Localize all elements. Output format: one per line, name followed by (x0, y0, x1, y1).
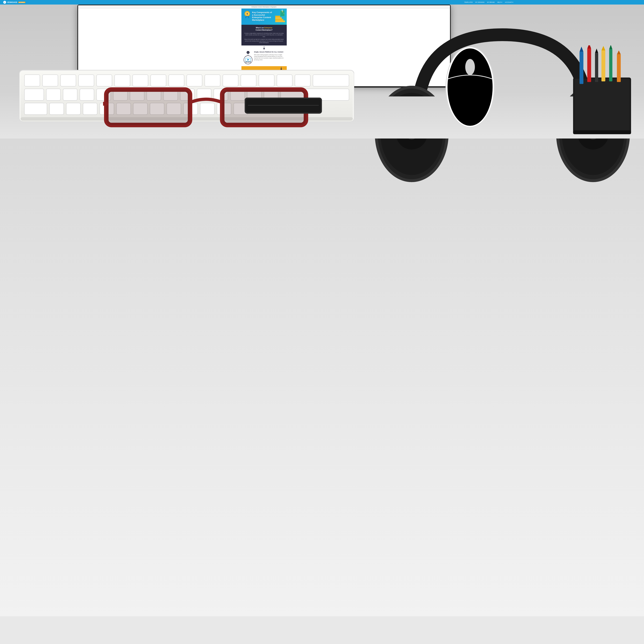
svg-rect-33 (43, 75, 58, 86)
connector-1 (241, 45, 287, 49)
svg-marker-100 (601, 46, 605, 50)
svg-rect-67 (66, 103, 81, 115)
svg-point-90 (465, 59, 475, 75)
svg-rect-4 (275, 19, 283, 21)
connector-dot-1 (263, 48, 265, 49)
svg-rect-10 (282, 11, 283, 12)
desk-bg: Enterprise Content Marketplace Infograph… (0, 5, 644, 616)
nav-logo: V VENNGAGE BUSINESS (3, 1, 25, 4)
svg-rect-49 (24, 89, 44, 100)
svg-marker-94 (580, 47, 583, 52)
apple-device (245, 98, 322, 117)
medal-badge: 5 (244, 11, 251, 20)
svg-rect-3 (275, 21, 285, 22)
hero-section: 5 Key Components of a Successful Enterpr… (241, 9, 287, 25)
nav-link-mydesigns[interactable]: MY DESIGNS (475, 1, 484, 3)
svg-rect-93 (580, 52, 583, 84)
desk-surface (0, 96, 644, 139)
svg-rect-32 (24, 75, 40, 86)
svg-marker-104 (617, 50, 621, 54)
venngage-logo-icon: V (3, 1, 6, 4)
svg-rect-86 (109, 92, 188, 122)
svg-rect-95 (587, 49, 591, 82)
hero-title: Key Components of a Successful Enterpris… (252, 11, 273, 21)
what-is-para2: Many of the world's top high-tech compan… (244, 39, 284, 44)
top-nav: V VENNGAGE BUSINESS TEMPLATES MY DESIGNS… (0, 0, 644, 5)
svg-rect-35 (79, 75, 94, 86)
what-is-section: What is an EnterpriseContent Marketplace… (241, 25, 287, 45)
svg-rect-101 (609, 49, 612, 81)
svg-rect-105 (573, 130, 631, 134)
svg-marker-96 (587, 45, 591, 49)
comp1-number-badge: 1 (247, 51, 250, 54)
svg-rect-68 (83, 103, 97, 115)
nav-logo-text: VENNGAGE (7, 1, 17, 3)
svg-rect-52 (80, 89, 94, 100)
mouse (438, 35, 502, 132)
hero-title-area: Key Components of a Successful Enterpris… (252, 11, 273, 21)
nav-links: TEMPLATES MY DESIGNS MY BRAND HELP ▾ ACC… (464, 1, 513, 3)
svg-rect-99 (601, 50, 605, 81)
comp1-text: Single, Secure Platform for ALL Content … (254, 51, 284, 61)
svg-marker-98 (595, 49, 598, 53)
svg-rect-6 (275, 16, 280, 17)
svg-text:5: 5 (247, 12, 248, 15)
nav-link-account[interactable]: ACCOUNT ▾ (505, 1, 513, 3)
what-is-title: What is an EnterpriseContent Marketplace… (244, 27, 284, 31)
scene-wrapper: V VENNGAGE BUSINESS TEMPLATES MY DESIGNS… (0, 0, 644, 616)
svg-rect-103 (617, 54, 621, 82)
what-is-para1: Provides a single platform experience fo… (244, 33, 284, 38)
svg-point-9 (283, 13, 284, 14)
breadcrumb-text: Enterprise Content Marketplace Infograph… (252, 6, 277, 8)
comp1-desc: With modern training programs continuing… (254, 54, 284, 61)
svg-rect-48 (313, 75, 349, 86)
comp1-title: Single, Secure Platform for ALL Content (254, 51, 284, 53)
nav-badge: BUSINESS (18, 2, 25, 3)
door-stairs-illustration (274, 9, 286, 24)
nav-link-help[interactable]: HELP ▾ (497, 1, 502, 3)
svg-rect-5 (275, 17, 282, 19)
nav-link-mybrand[interactable]: MY BRAND (487, 1, 495, 3)
svg-rect-50 (46, 89, 61, 100)
svg-rect-92 (574, 79, 630, 133)
nav-link-templates[interactable]: TEMPLATES (464, 1, 473, 3)
svg-rect-65 (24, 103, 47, 115)
svg-rect-66 (50, 103, 64, 115)
svg-marker-102 (609, 45, 612, 49)
pencil-cup (567, 45, 638, 136)
svg-rect-34 (61, 75, 76, 86)
svg-rect-97 (595, 53, 598, 82)
svg-rect-51 (63, 89, 77, 100)
connector-line-1 (264, 46, 264, 48)
